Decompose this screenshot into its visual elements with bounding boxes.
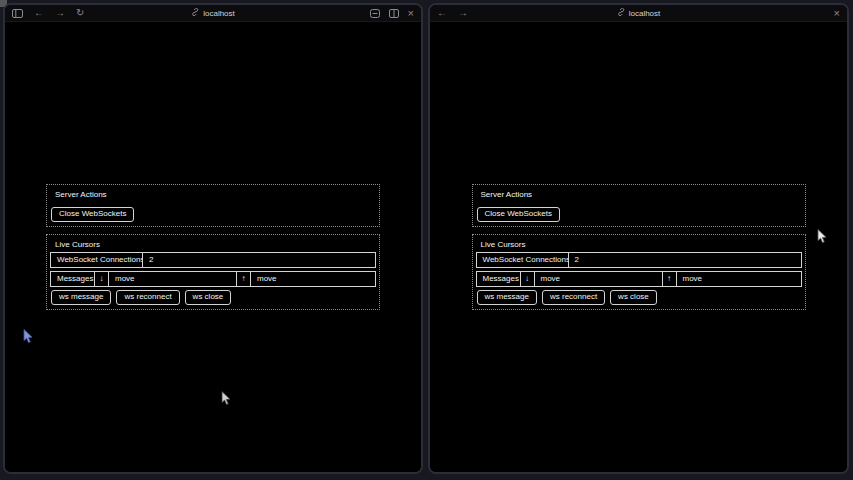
messages-label: Messages	[477, 272, 521, 286]
page-title: localhost	[203, 9, 235, 18]
live-cursors-section: Live Cursors WebSocket Connections 2 Mes…	[46, 234, 380, 310]
titlebar-left-controls: ← → ↻	[12, 8, 84, 18]
page-content-left: Server Actions Close WebSockets Live Cur…	[5, 22, 421, 472]
messages-label: Messages	[51, 272, 95, 286]
messages-row: Messages ↓ move ↑ move	[50, 271, 376, 287]
server-actions-section: Server Actions Close WebSockets	[46, 184, 380, 227]
received-message-value: move	[677, 272, 801, 286]
page-content-right: Server Actions Close WebSockets Live Cur…	[430, 22, 847, 472]
ws-reconnect-button[interactable]: ws reconnect	[542, 290, 605, 305]
ws-actions: ws message ws reconnect ws close	[50, 290, 376, 305]
ws-close-button[interactable]: ws close	[610, 290, 657, 305]
split-view-icon[interactable]	[389, 9, 399, 18]
page-title: localhost	[629, 9, 661, 18]
panel: Server Actions Close WebSockets Live Cur…	[46, 184, 380, 310]
link-icon	[191, 8, 199, 18]
messages-row: Messages ↓ move ↑ move	[476, 271, 802, 287]
section-title: Live Cursors	[50, 238, 376, 252]
close-icon[interactable]: ×	[408, 8, 414, 19]
connections-label: WebSocket Connections	[477, 253, 569, 267]
close-websockets-button[interactable]: Close WebSockets	[477, 207, 560, 222]
received-message-value: move	[251, 272, 375, 286]
reload-icon[interactable]: ↻	[76, 8, 84, 18]
titlebar-left: ← → ↻ localhost	[5, 5, 421, 22]
browser-window-right: ← → localhost × Server Actions Close Web…	[428, 3, 849, 474]
page-menu-icon[interactable]	[370, 9, 380, 18]
titlebar-left-controls: ← →	[437, 8, 468, 18]
received-arrow-icon: ↑	[237, 272, 251, 286]
browser-window-left: ← → ↻ localhost	[3, 3, 423, 474]
connections-row: WebSocket Connections 2	[476, 252, 802, 268]
close-icon[interactable]: ×	[834, 8, 840, 19]
sent-arrow-icon: ↓	[95, 272, 109, 286]
address-title[interactable]: localhost	[191, 8, 235, 18]
titlebar-right-controls: ×	[370, 8, 414, 19]
connections-count: 2	[143, 253, 375, 267]
back-icon[interactable]: ←	[34, 8, 44, 18]
ws-message-button[interactable]: ws message	[51, 290, 111, 305]
section-title: Live Cursors	[476, 238, 802, 252]
sent-message-value: move	[535, 272, 663, 286]
section-title: Server Actions	[476, 188, 802, 202]
close-websockets-button[interactable]: Close WebSockets	[51, 207, 134, 222]
titlebar-right: ← → localhost ×	[430, 5, 847, 22]
sent-message-value: move	[109, 272, 237, 286]
sidebar-toggle-icon[interactable]	[12, 9, 23, 18]
desktop: { "colors": { "desktop_bg": "#181920", "…	[0, 0, 853, 480]
received-arrow-icon: ↑	[663, 272, 677, 286]
ws-reconnect-button[interactable]: ws reconnect	[116, 290, 179, 305]
ws-actions: ws message ws reconnect ws close	[476, 290, 802, 305]
address-title[interactable]: localhost	[617, 8, 661, 18]
section-title: Server Actions	[50, 188, 376, 202]
server-actions-section: Server Actions Close WebSockets	[472, 184, 806, 227]
forward-icon[interactable]: →	[458, 8, 468, 18]
live-cursors-section: Live Cursors WebSocket Connections 2 Mes…	[472, 234, 806, 310]
panel: Server Actions Close WebSockets Live Cur…	[472, 184, 806, 310]
connections-count: 2	[569, 253, 801, 267]
ws-close-button[interactable]: ws close	[185, 290, 232, 305]
connections-label: WebSocket Connections	[51, 253, 143, 267]
link-icon	[617, 8, 625, 18]
back-icon[interactable]: ←	[437, 8, 447, 18]
sent-arrow-icon: ↓	[521, 272, 535, 286]
titlebar-right-controls: ×	[834, 8, 840, 19]
ws-message-button[interactable]: ws message	[477, 290, 537, 305]
connections-row: WebSocket Connections 2	[50, 252, 376, 268]
forward-icon[interactable]: →	[55, 8, 65, 18]
